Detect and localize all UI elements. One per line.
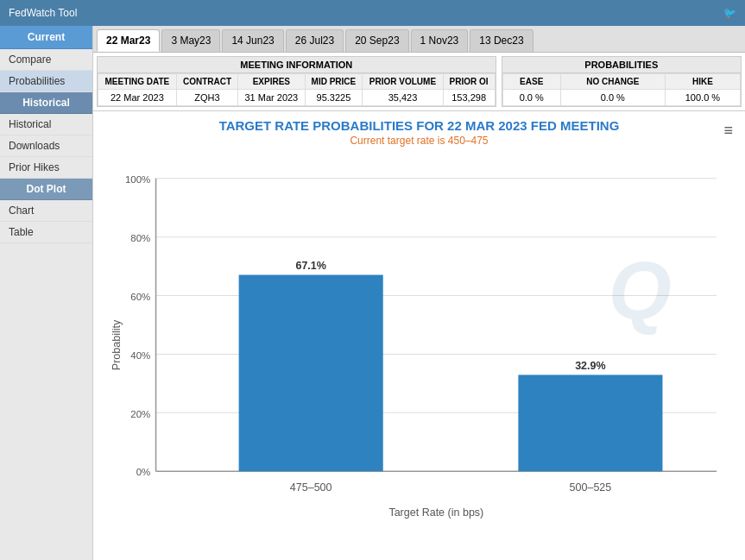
sidebar: Current Compare Probabilities Historical… bbox=[0, 26, 93, 560]
meeting-cell: 153,298 bbox=[443, 90, 495, 106]
date-tabs: 22 Mar233 May2314 Jun2326 Jul2320 Sep231… bbox=[93, 26, 745, 53]
date-tab-22-mar23[interactable]: 22 Mar23 bbox=[97, 29, 160, 52]
meeting-info-title: MEETING INFORMATION bbox=[98, 57, 496, 73]
meeting-col-meeting-date: MEETING DATE bbox=[98, 74, 177, 90]
chart-title: TARGET RATE PROBABILITIES FOR 22 MAR 202… bbox=[104, 118, 735, 133]
prob-cell: 0.0 % bbox=[502, 90, 560, 106]
chart-container: Probability 0% 20% 40% 60% 80% 100% bbox=[104, 154, 735, 537]
info-section: MEETING INFORMATION MEETING DATECONTRACT… bbox=[93, 53, 745, 111]
svg-text:475–500: 475–500 bbox=[290, 481, 332, 494]
historical-section-label: Historical bbox=[0, 92, 92, 114]
svg-text:20%: 20% bbox=[130, 409, 150, 419]
meeting-col-expires: EXPIRES bbox=[238, 74, 305, 90]
prob-cell: 100.0 % bbox=[665, 90, 740, 106]
meeting-col-prior-oi: PRIOR OI bbox=[443, 74, 495, 90]
date-tab-20-sep23[interactable]: 20 Sep23 bbox=[345, 29, 408, 52]
prior-hikes-item[interactable]: Prior Hikes bbox=[0, 157, 92, 179]
svg-text:32.9%: 32.9% bbox=[575, 360, 605, 372]
meeting-cell: ZQH3 bbox=[176, 90, 237, 106]
svg-text:67.1%: 67.1% bbox=[295, 260, 325, 272]
svg-text:40%: 40% bbox=[130, 350, 150, 361]
chart-item[interactable]: Chart bbox=[0, 200, 92, 222]
date-tab-1-nov23[interactable]: 1 Nov23 bbox=[411, 29, 469, 52]
chart-subtitle: Current target rate is 450–475 bbox=[104, 135, 735, 147]
svg-text:0%: 0% bbox=[136, 467, 151, 477]
date-tab-3-may23[interactable]: 3 May23 bbox=[161, 29, 220, 52]
historical-item[interactable]: Historical bbox=[0, 114, 92, 135]
dot-plot-button[interactable]: Dot Plot bbox=[0, 179, 92, 200]
main-layout: Current Compare Probabilities Historical… bbox=[0, 26, 745, 560]
prob-col-no-change: NO CHANGE bbox=[560, 74, 665, 90]
prob-col-hike: HIKE bbox=[665, 74, 740, 90]
bar-500-525 bbox=[518, 374, 662, 471]
current-button[interactable]: Current bbox=[0, 26, 92, 49]
prob-col-ease: EASE bbox=[502, 74, 560, 90]
date-tab-13-dec23[interactable]: 13 Dec23 bbox=[470, 29, 533, 52]
prob-cell: 0.0 % bbox=[560, 90, 665, 106]
bar-475-500 bbox=[239, 275, 383, 472]
y-axis-label: Probability bbox=[110, 319, 123, 370]
meeting-info-table: MEETING DATECONTRACTEXPIRESMID PRICEPRIO… bbox=[98, 73, 496, 106]
date-tab-14-jun23[interactable]: 14 Jun23 bbox=[222, 29, 283, 52]
main-content: 22 Mar233 May2314 Jun2326 Jul2320 Sep231… bbox=[93, 26, 745, 560]
date-tab-26-jul23[interactable]: 26 Jul23 bbox=[286, 29, 344, 52]
meeting-col-prior-volume: PRIOR VOLUME bbox=[363, 74, 443, 90]
probabilities-item[interactable]: Probabilities bbox=[0, 71, 92, 92]
meeting-info-box: MEETING INFORMATION MEETING DATECONTRACT… bbox=[97, 56, 496, 107]
chart-area: TARGET RATE PROBABILITIES FOR 22 MAR 202… bbox=[93, 111, 745, 560]
meeting-cell: 95.3225 bbox=[305, 90, 363, 106]
app-title: FedWatch Tool bbox=[9, 7, 77, 19]
meeting-cell: 31 Mar 2023 bbox=[238, 90, 305, 106]
meeting-col-mid-price: MID PRICE bbox=[305, 74, 363, 90]
meeting-cell: 35,423 bbox=[363, 90, 443, 106]
app-header: FedWatch Tool 🐦 bbox=[0, 0, 745, 26]
svg-text:100%: 100% bbox=[125, 174, 150, 185]
svg-text:500–525: 500–525 bbox=[570, 481, 612, 494]
x-axis-label: Target Rate (in bps) bbox=[388, 507, 483, 519]
probabilities-box: PROBABILITIES EASENO CHANGEHIKE 0.0 %0.0… bbox=[502, 56, 742, 107]
table-item[interactable]: Table bbox=[0, 222, 92, 243]
probabilities-table: EASENO CHANGEHIKE 0.0 %0.0 %100.0 % bbox=[502, 73, 741, 106]
downloads-item[interactable]: Downloads bbox=[0, 135, 92, 157]
probabilities-title: PROBABILITIES bbox=[502, 57, 741, 73]
compare-item[interactable]: Compare bbox=[0, 49, 92, 71]
hamburger-menu-icon[interactable]: ≡ bbox=[723, 122, 733, 140]
svg-text:Q: Q bbox=[609, 245, 672, 336]
svg-text:60%: 60% bbox=[130, 292, 150, 302]
meeting-col-contract: CONTRACT bbox=[176, 74, 237, 90]
meeting-cell: 22 Mar 2023 bbox=[98, 90, 177, 106]
bar-chart-svg: Probability 0% 20% 40% 60% 80% 100% bbox=[104, 154, 735, 537]
twitter-icon[interactable]: 🐦 bbox=[723, 7, 736, 19]
svg-text:80%: 80% bbox=[130, 233, 150, 243]
